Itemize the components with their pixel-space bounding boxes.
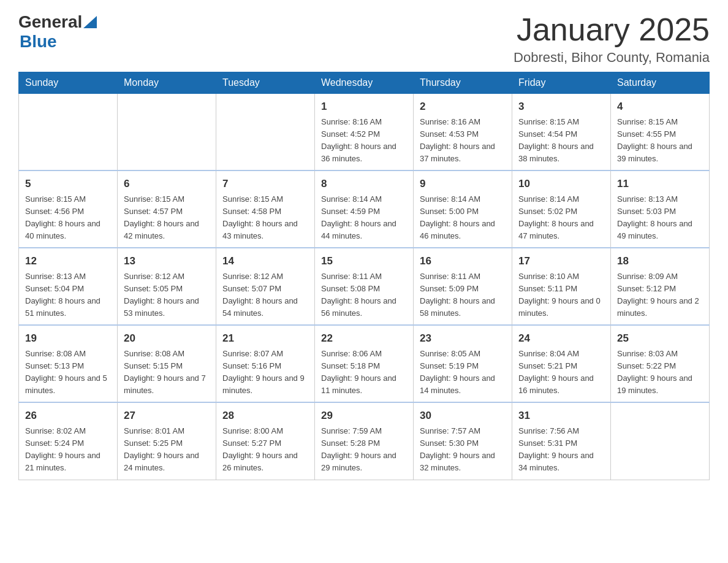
calendar-cell: 7Sunrise: 8:15 AM Sunset: 4:58 PM Daylig…: [216, 170, 315, 248]
calendar-week-row: 26Sunrise: 8:02 AM Sunset: 5:24 PM Dayli…: [19, 402, 710, 480]
calendar-cell: 1Sunrise: 8:16 AM Sunset: 4:52 PM Daylig…: [315, 94, 414, 171]
calendar-cell: 9Sunrise: 8:14 AM Sunset: 5:00 PM Daylig…: [414, 170, 512, 248]
day-number: 27: [124, 408, 210, 424]
day-info: Sunrise: 8:06 AM Sunset: 5:18 PM Dayligh…: [321, 348, 407, 397]
day-info: Sunrise: 8:16 AM Sunset: 4:52 PM Dayligh…: [321, 116, 407, 166]
day-of-week-header: Thursday: [414, 72, 512, 94]
page-header: General Blue January 2025 Dobresti, Biho…: [18, 12, 710, 66]
day-info: Sunrise: 8:15 AM Sunset: 4:56 PM Dayligh…: [25, 193, 111, 243]
day-number: 12: [25, 253, 111, 269]
day-info: Sunrise: 8:14 AM Sunset: 4:59 PM Dayligh…: [321, 193, 407, 243]
day-info: Sunrise: 8:00 AM Sunset: 5:27 PM Dayligh…: [222, 425, 308, 475]
day-number: 11: [617, 176, 703, 192]
logo: General Blue: [18, 12, 97, 52]
calendar-cell: 31Sunrise: 7:56 AM Sunset: 5:31 PM Dayli…: [512, 402, 611, 480]
day-info: Sunrise: 7:57 AM Sunset: 5:30 PM Dayligh…: [420, 425, 506, 475]
day-number: 17: [518, 253, 604, 269]
day-info: Sunrise: 8:11 AM Sunset: 5:09 PM Dayligh…: [420, 270, 506, 320]
day-number: 29: [321, 408, 407, 424]
calendar-cell: 27Sunrise: 8:01 AM Sunset: 5:25 PM Dayli…: [118, 402, 216, 480]
calendar-cell: 25Sunrise: 8:03 AM Sunset: 5:22 PM Dayli…: [611, 325, 710, 402]
calendar-cell: 18Sunrise: 8:09 AM Sunset: 5:12 PM Dayli…: [611, 248, 710, 325]
day-number: 13: [124, 253, 210, 269]
calendar-cell: 30Sunrise: 7:57 AM Sunset: 5:30 PM Dayli…: [414, 402, 512, 480]
day-number: 15: [321, 253, 407, 269]
day-number: 16: [420, 253, 506, 269]
day-info: Sunrise: 8:07 AM Sunset: 5:16 PM Dayligh…: [222, 348, 308, 397]
day-info: Sunrise: 8:16 AM Sunset: 4:53 PM Dayligh…: [420, 116, 506, 166]
calendar-cell: 16Sunrise: 8:11 AM Sunset: 5:09 PM Dayli…: [414, 248, 512, 325]
day-number: 26: [25, 408, 111, 424]
calendar-cell: 6Sunrise: 8:15 AM Sunset: 4:57 PM Daylig…: [118, 170, 216, 248]
day-number: 7: [222, 176, 308, 192]
calendar-cell: 29Sunrise: 7:59 AM Sunset: 5:28 PM Dayli…: [315, 402, 414, 480]
calendar-cell: 11Sunrise: 8:13 AM Sunset: 5:03 PM Dayli…: [611, 170, 710, 248]
day-info: Sunrise: 8:04 AM Sunset: 5:21 PM Dayligh…: [518, 348, 604, 397]
calendar-cell: 24Sunrise: 8:04 AM Sunset: 5:21 PM Dayli…: [512, 325, 611, 402]
day-number: 9: [420, 176, 506, 192]
day-number: 14: [222, 253, 308, 269]
day-number: 31: [518, 408, 604, 424]
day-info: Sunrise: 8:13 AM Sunset: 5:04 PM Dayligh…: [25, 270, 111, 320]
day-number: 28: [222, 408, 308, 424]
day-number: 3: [518, 99, 604, 115]
day-number: 19: [25, 331, 111, 347]
day-of-week-header: Monday: [118, 72, 216, 94]
day-info: Sunrise: 8:05 AM Sunset: 5:19 PM Dayligh…: [420, 348, 506, 397]
day-number: 4: [617, 99, 703, 115]
day-number: 2: [420, 99, 506, 115]
day-info: Sunrise: 8:15 AM Sunset: 4:55 PM Dayligh…: [617, 116, 703, 166]
day-number: 5: [25, 176, 111, 192]
day-number: 10: [518, 176, 604, 192]
calendar-week-row: 1Sunrise: 8:16 AM Sunset: 4:52 PM Daylig…: [19, 94, 710, 171]
day-number: 6: [124, 176, 210, 192]
calendar-cell: 3Sunrise: 8:15 AM Sunset: 4:54 PM Daylig…: [512, 94, 611, 171]
day-number: 30: [420, 408, 506, 424]
day-number: 22: [321, 331, 407, 347]
day-info: Sunrise: 8:14 AM Sunset: 5:02 PM Dayligh…: [518, 193, 604, 243]
day-info: Sunrise: 7:59 AM Sunset: 5:28 PM Dayligh…: [321, 425, 407, 475]
calendar-cell: 17Sunrise: 8:10 AM Sunset: 5:11 PM Dayli…: [512, 248, 611, 325]
day-info: Sunrise: 8:02 AM Sunset: 5:24 PM Dayligh…: [25, 425, 111, 475]
calendar-cell: [611, 402, 710, 480]
day-info: Sunrise: 8:15 AM Sunset: 4:58 PM Dayligh…: [222, 193, 308, 243]
day-of-week-header: Sunday: [19, 72, 118, 94]
day-info: Sunrise: 7:56 AM Sunset: 5:31 PM Dayligh…: [518, 425, 604, 475]
calendar-cell: 19Sunrise: 8:08 AM Sunset: 5:13 PM Dayli…: [19, 325, 118, 402]
calendar-cell: 22Sunrise: 8:06 AM Sunset: 5:18 PM Dayli…: [315, 325, 414, 402]
day-info: Sunrise: 8:14 AM Sunset: 5:00 PM Dayligh…: [420, 193, 506, 243]
day-info: Sunrise: 8:09 AM Sunset: 5:12 PM Dayligh…: [617, 270, 703, 320]
calendar-cell: 8Sunrise: 8:14 AM Sunset: 4:59 PM Daylig…: [315, 170, 414, 248]
calendar-table: SundayMondayTuesdayWednesdayThursdayFrid…: [18, 72, 710, 480]
day-info: Sunrise: 8:08 AM Sunset: 5:15 PM Dayligh…: [124, 348, 210, 397]
day-info: Sunrise: 8:12 AM Sunset: 5:05 PM Dayligh…: [124, 270, 210, 320]
calendar-cell: 2Sunrise: 8:16 AM Sunset: 4:53 PM Daylig…: [414, 94, 512, 171]
calendar-week-row: 19Sunrise: 8:08 AM Sunset: 5:13 PM Dayli…: [19, 325, 710, 402]
calendar-cell: 20Sunrise: 8:08 AM Sunset: 5:15 PM Dayli…: [118, 325, 216, 402]
day-number: 21: [222, 331, 308, 347]
day-info: Sunrise: 8:15 AM Sunset: 4:57 PM Dayligh…: [124, 193, 210, 243]
calendar-cell: 4Sunrise: 8:15 AM Sunset: 4:55 PM Daylig…: [611, 94, 710, 171]
calendar-cell: 5Sunrise: 8:15 AM Sunset: 4:56 PM Daylig…: [19, 170, 118, 248]
calendar-title: January 2025: [514, 12, 710, 47]
day-of-week-header: Wednesday: [315, 72, 414, 94]
logo-text-blue: Blue: [20, 32, 97, 52]
calendar-cell: [118, 94, 216, 171]
day-info: Sunrise: 8:13 AM Sunset: 5:03 PM Dayligh…: [617, 193, 703, 243]
calendar-cell: 23Sunrise: 8:05 AM Sunset: 5:19 PM Dayli…: [414, 325, 512, 402]
title-section: January 2025 Dobresti, Bihor County, Rom…: [514, 12, 710, 66]
day-info: Sunrise: 8:01 AM Sunset: 5:25 PM Dayligh…: [124, 425, 210, 475]
day-number: 1: [321, 99, 407, 115]
calendar-cell: 14Sunrise: 8:12 AM Sunset: 5:07 PM Dayli…: [216, 248, 315, 325]
calendar-week-row: 12Sunrise: 8:13 AM Sunset: 5:04 PM Dayli…: [19, 248, 710, 325]
calendar-cell: [216, 94, 315, 171]
calendar-cell: 28Sunrise: 8:00 AM Sunset: 5:27 PM Dayli…: [216, 402, 315, 480]
day-info: Sunrise: 8:08 AM Sunset: 5:13 PM Dayligh…: [25, 348, 111, 397]
logo-text-general: General: [18, 12, 82, 32]
day-info: Sunrise: 8:15 AM Sunset: 4:54 PM Dayligh…: [518, 116, 604, 166]
calendar-header-row: SundayMondayTuesdayWednesdayThursdayFrid…: [19, 72, 710, 94]
day-info: Sunrise: 8:10 AM Sunset: 5:11 PM Dayligh…: [518, 270, 604, 320]
calendar-cell: [19, 94, 118, 171]
day-number: 8: [321, 176, 407, 192]
day-number: 24: [518, 331, 604, 347]
